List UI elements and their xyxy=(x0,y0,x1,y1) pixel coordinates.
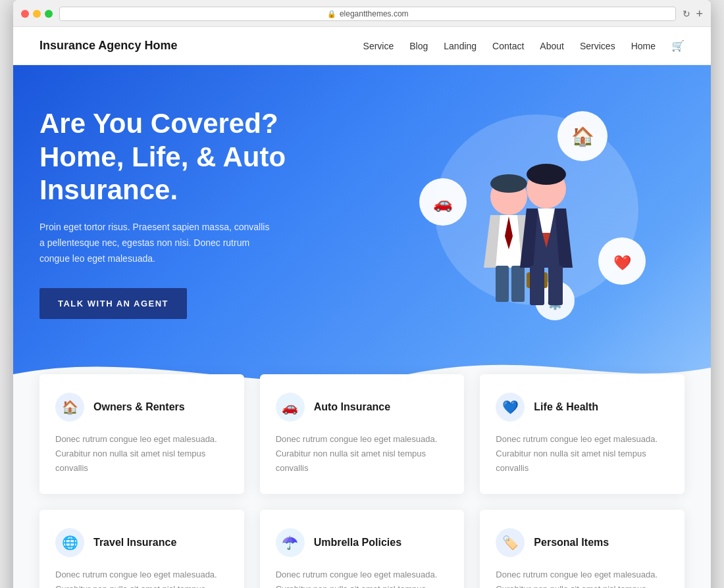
services-row-1: 🏠 Owners & Renters Donec rutrum congue l… xyxy=(39,374,685,494)
browser-chrome: 🔒 elegantthemes.com ↻ + xyxy=(13,0,711,27)
card-header-4: 🌐 Travel Insurance xyxy=(55,528,228,557)
personal-items-desc: Donec rutrum congue leo eget malesuada. … xyxy=(496,568,669,588)
svg-text:🚗: 🚗 xyxy=(433,193,453,212)
svg-point-11 xyxy=(490,174,527,193)
main-nav: Insurance Agency Home Service Blog Landi… xyxy=(13,27,711,65)
svg-rect-17 xyxy=(511,266,525,302)
service-card-umbrella: ☂️ Umbrella Policies Donec rutrum congue… xyxy=(260,510,465,588)
hero-description: Proin eget tortor risus. Praesent sapien… xyxy=(39,220,276,266)
browser-window: 🔒 elegantthemes.com ↻ + Insurance Agency… xyxy=(13,0,711,588)
nav-contact[interactable]: Contact xyxy=(492,41,524,51)
traffic-lights xyxy=(21,10,53,18)
personal-items-title: Personal Items xyxy=(534,537,609,549)
card-header-3: 💙 Life & Health xyxy=(496,393,669,422)
owners-renters-desc: Donec rutrum congue leo eget malesuada. … xyxy=(55,432,228,476)
svg-rect-27 xyxy=(530,266,544,305)
umbrella-policies-icon: ☂️ xyxy=(276,528,305,557)
lock-icon: 🔒 xyxy=(327,10,336,18)
refresh-button[interactable]: ↻ xyxy=(683,9,690,19)
owners-renters-icon: 🏠 xyxy=(55,393,84,422)
svg-point-21 xyxy=(527,164,566,185)
auto-insurance-title: Auto Insurance xyxy=(314,401,390,413)
svg-rect-28 xyxy=(548,266,563,305)
hero-illustration: 🏠 🚗 ❤️ ♥ ⚙️ xyxy=(362,105,685,322)
svg-text:♥: ♥ xyxy=(619,260,625,271)
nav-links: Service Blog Landing Contact About Servi… xyxy=(363,39,685,52)
travel-insurance-icon: 🌐 xyxy=(55,528,84,557)
card-header-1: 🏠 Owners & Renters xyxy=(55,393,228,422)
nav-services[interactable]: Services xyxy=(580,41,615,51)
svg-rect-16 xyxy=(496,266,509,302)
umbrella-policies-desc: Donec rutrum congue leo eget malesuada. … xyxy=(276,568,449,588)
life-health-icon: 💙 xyxy=(496,393,525,422)
site-content: Insurance Agency Home Service Blog Landi… xyxy=(13,27,711,588)
card-header-2: 🚗 Auto Insurance xyxy=(276,393,449,422)
life-health-title: Life & Health xyxy=(534,401,598,413)
service-card-life-health: 💙 Life & Health Donec rutrum congue leo … xyxy=(480,374,685,494)
service-card-auto: 🚗 Auto Insurance Donec rutrum congue leo… xyxy=(260,374,465,494)
nav-blog[interactable]: Blog xyxy=(409,41,428,51)
umbrella-policies-title: Umbrella Policies xyxy=(314,537,401,549)
browser-actions: ↻ + xyxy=(683,7,703,21)
nav-service[interactable]: Service xyxy=(363,41,394,51)
auto-insurance-icon: 🚗 xyxy=(276,393,305,422)
close-button[interactable] xyxy=(21,10,29,18)
travel-insurance-title: Travel Insurance xyxy=(93,537,176,549)
talk-with-agent-button[interactable]: TALK WITH AN AGENT xyxy=(39,288,187,319)
owners-renters-title: Owners & Renters xyxy=(93,401,185,413)
svg-text:🏠: 🏠 xyxy=(571,126,594,147)
nav-about[interactable]: About xyxy=(540,41,564,51)
personal-items-icon: 🏷️ xyxy=(496,528,525,557)
site-logo: Insurance Agency Home xyxy=(39,39,177,53)
minimize-button[interactable] xyxy=(33,10,41,18)
cart-icon[interactable]: 🛒 xyxy=(671,39,685,52)
hero-svg: 🏠 🚗 ❤️ ♥ ⚙️ xyxy=(398,105,648,322)
card-header-6: 🏷️ Personal Items xyxy=(496,528,669,557)
maximize-button[interactable] xyxy=(45,10,53,18)
services-section: 🏠 Owners & Renters Donec rutrum congue l… xyxy=(13,401,711,588)
travel-insurance-desc: Donec rutrum congue leo eget malesuada. … xyxy=(55,568,228,588)
new-tab-button[interactable]: + xyxy=(696,7,703,21)
hero-title: Are You Covered?Home, Life, & AutoInsura… xyxy=(39,107,362,207)
service-card-owners-renters: 🏠 Owners & Renters Donec rutrum congue l… xyxy=(39,374,244,494)
service-card-travel: 🌐 Travel Insurance Donec rutrum congue l… xyxy=(39,510,244,588)
nav-landing[interactable]: Landing xyxy=(444,41,477,51)
card-header-5: ☂️ Umbrella Policies xyxy=(276,528,449,557)
life-health-desc: Donec rutrum congue leo eget malesuada. … xyxy=(496,432,669,476)
hero-section: Are You Covered?Home, Life, & AutoInsura… xyxy=(13,65,711,401)
url-text: elegantthemes.com xyxy=(340,9,409,18)
auto-insurance-desc: Donec rutrum congue leo eget malesuada. … xyxy=(276,432,449,476)
nav-home[interactable]: Home xyxy=(631,41,656,51)
address-bar[interactable]: 🔒 elegantthemes.com xyxy=(59,7,676,21)
hero-content: Are You Covered?Home, Life, & AutoInsura… xyxy=(39,107,362,319)
services-row-2: 🌐 Travel Insurance Donec rutrum congue l… xyxy=(39,510,685,588)
service-card-personal: 🏷️ Personal Items Donec rutrum congue le… xyxy=(480,510,685,588)
